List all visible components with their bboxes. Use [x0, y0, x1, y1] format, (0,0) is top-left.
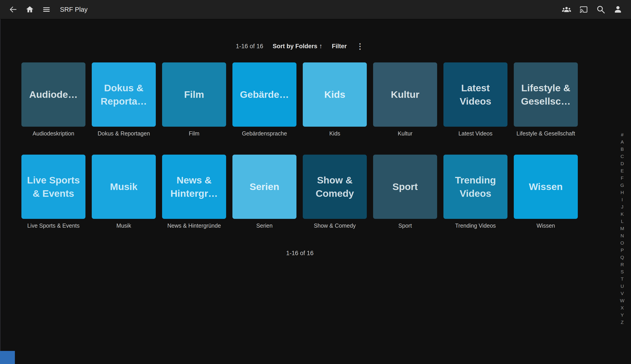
alpha-letter[interactable]: D	[618, 160, 627, 167]
search-button[interactable]	[596, 4, 606, 14]
folder-tile[interactable]: Lifestyle & Gesellsc…	[514, 62, 578, 127]
library-toolbar: 1-16 of 16 Sort by Folders ↑ Filter ⋮	[0, 40, 600, 52]
kebab-icon: ⋮	[356, 42, 364, 50]
tile-caption: Lifestyle & Gesellschaft	[514, 130, 578, 137]
folder-cell: Live Sports & Events Live Sports & Event…	[22, 154, 86, 229]
tile-title: Trending Videos	[448, 174, 503, 200]
folder-tile[interactable]: Audiode…	[22, 62, 86, 127]
folder-grid: Audiode… Audiodeskription Dokus & Report…	[22, 62, 578, 229]
tile-caption: Kultur	[373, 130, 437, 137]
folder-cell: Dokus & Reporta… Dokus & Reportagen	[92, 62, 156, 137]
folder-tile[interactable]: Musik	[92, 154, 156, 219]
alpha-letter[interactable]: W	[618, 297, 627, 304]
alpha-letter[interactable]: Z	[618, 319, 627, 326]
alpha-letter[interactable]: B	[618, 146, 627, 153]
cast-icon	[579, 5, 588, 14]
alpha-letter[interactable]: X	[618, 304, 627, 312]
folder-cell: Kultur Kultur	[373, 62, 437, 137]
alpha-letter[interactable]: Y	[618, 312, 627, 319]
tile-title: Film	[184, 88, 204, 101]
tile-title: Lifestyle & Gesellsc…	[518, 81, 573, 108]
alpha-letter[interactable]: O	[618, 239, 627, 246]
tile-title: Kids	[324, 88, 345, 101]
folder-tile[interactable]: Trending Videos	[444, 154, 508, 219]
folder-tile[interactable]: Serien	[232, 154, 296, 219]
alpha-letter[interactable]: C	[618, 153, 627, 160]
alpha-letter[interactable]: V	[618, 290, 627, 297]
alpha-letter[interactable]: I	[618, 196, 627, 203]
alpha-letter[interactable]: H	[618, 189, 627, 196]
alpha-letter[interactable]: U	[618, 283, 627, 290]
folder-cell: Wissen Wissen	[514, 154, 578, 229]
folder-tile[interactable]: Live Sports & Events	[22, 154, 86, 219]
tile-caption: Show & Comedy	[303, 222, 367, 229]
folder-tile[interactable]: Film	[162, 62, 226, 127]
folder-tile[interactable]: Gebärde…	[232, 62, 296, 127]
folder-tile[interactable]: Kultur	[373, 62, 437, 127]
syncplay-icon	[562, 5, 571, 14]
tile-title: Sport	[392, 180, 418, 193]
alpha-letter[interactable]: A	[618, 138, 627, 146]
alpha-letter[interactable]: R	[618, 261, 627, 268]
alpha-letter[interactable]: N	[618, 232, 627, 239]
folder-cell: Show & Comedy Show & Comedy	[303, 154, 367, 229]
alpha-letter[interactable]: Q	[618, 254, 627, 261]
folder-tile[interactable]: Show & Comedy	[303, 154, 367, 219]
alpha-letter[interactable]: L	[618, 218, 627, 225]
tile-title: Serien	[250, 180, 279, 193]
alpha-letter[interactable]: T	[618, 276, 627, 283]
tile-caption: Musik	[92, 222, 156, 229]
folder-tile[interactable]: Latest Videos	[444, 62, 508, 127]
app-bar: SRF Play	[0, 0, 631, 19]
sort-button-label: Sort by Folders	[273, 43, 318, 50]
syncplay-button[interactable]	[562, 4, 572, 14]
tile-caption: News & Hintergründe	[162, 222, 226, 229]
folder-tile[interactable]: Sport	[373, 154, 437, 219]
alpha-letter[interactable]: G	[618, 182, 627, 189]
tile-caption: Wissen	[514, 222, 578, 229]
folder-tile[interactable]: Wissen	[514, 154, 578, 219]
alpha-letter[interactable]: E	[618, 167, 627, 174]
folder-cell: Musik Musik	[92, 154, 156, 229]
alpha-letter[interactable]: #	[618, 131, 627, 138]
folder-cell: News & Hintergr… News & Hintergründe	[162, 154, 226, 229]
back-button[interactable]	[8, 4, 18, 14]
menu-button[interactable]	[42, 4, 52, 14]
alpha-letter[interactable]: K	[618, 210, 627, 218]
menu-icon	[42, 5, 51, 14]
alpha-letter[interactable]: S	[618, 268, 627, 276]
cast-button[interactable]	[579, 4, 588, 14]
folder-cell: Film Film	[162, 62, 226, 137]
tile-title: News & Hintergr…	[166, 174, 222, 200]
page-title: SRF Play	[60, 6, 88, 13]
more-button[interactable]: ⋮	[356, 42, 364, 50]
alpha-letter[interactable]: F	[618, 174, 627, 182]
tile-caption: Live Sports & Events	[22, 222, 86, 229]
folder-tile[interactable]: Kids	[303, 62, 367, 127]
folder-cell: Kids Kids	[303, 62, 367, 137]
folder-tile[interactable]: News & Hintergr…	[162, 154, 226, 219]
home-icon	[26, 5, 34, 14]
folder-cell: Sport Sport	[373, 154, 437, 229]
alpha-picker: #ABCDEFGHIJKLMNOPQRSTUVWXYZ	[618, 131, 627, 326]
folder-tile[interactable]: Dokus & Reporta…	[92, 62, 156, 127]
tile-caption: Audiodeskription	[22, 130, 86, 137]
bottom-left-blue-square	[0, 351, 15, 364]
alpha-letter[interactable]: J	[618, 203, 627, 210]
folder-cell: Trending Videos Trending Videos	[444, 154, 508, 229]
tile-caption: Gebärdensprache	[232, 130, 296, 137]
tile-title: Musik	[110, 180, 138, 193]
window-edge	[0, 19, 0, 364]
user-button[interactable]	[613, 4, 623, 14]
paging-count-bottom: 1-16 of 16	[0, 250, 600, 257]
filter-button[interactable]: Filter	[332, 43, 347, 50]
sort-button[interactable]: Sort by Folders ↑	[273, 42, 322, 50]
tile-title: Live Sports & Events	[26, 174, 81, 200]
home-button[interactable]	[25, 4, 35, 14]
tile-caption: Sport	[373, 222, 437, 229]
tile-title: Dokus & Reporta…	[96, 81, 151, 108]
tile-caption: Serien	[232, 222, 296, 229]
alpha-letter[interactable]: M	[618, 225, 627, 232]
tile-title: Latest Videos	[448, 81, 503, 108]
alpha-letter[interactable]: P	[618, 246, 627, 254]
